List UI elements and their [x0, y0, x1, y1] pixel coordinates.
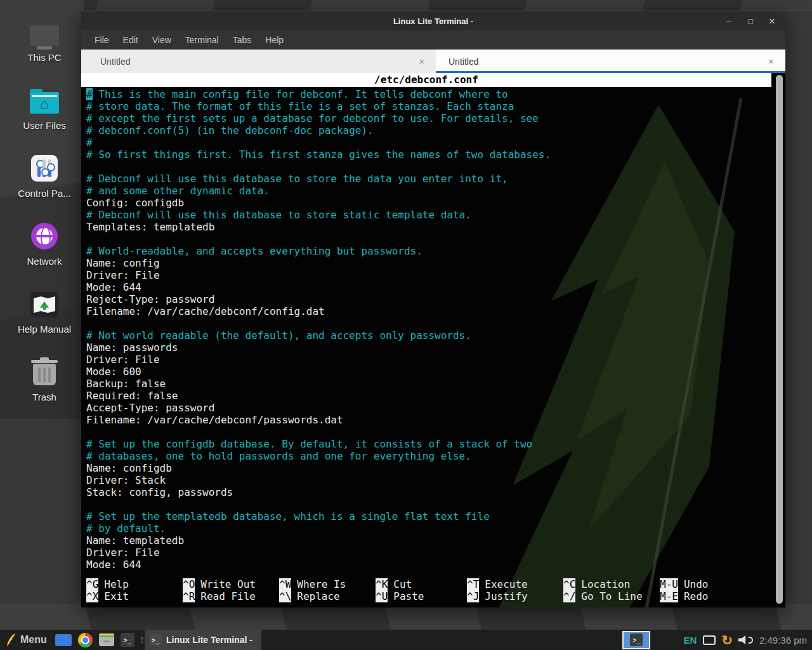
terminal-line: # Set up the configdb database. By defau… [86, 438, 769, 450]
update-notifier-icon[interactable]: ↻ [721, 633, 733, 647]
tab-bar: Untitled × Untitled × [81, 50, 785, 73]
desktop-icon-help-manual[interactable]: Help Manual [6, 287, 82, 335]
computer-icon [30, 15, 59, 46]
trash-icon [33, 355, 56, 385]
terminal-line: Mode: 644 [86, 281, 769, 293]
terminal-icon: >_ [150, 634, 161, 646]
menu-item-file[interactable]: File [88, 35, 116, 45]
terminal-line: Templates: templatedb [86, 221, 769, 233]
terminal-launcher[interactable]: >_ [121, 633, 134, 647]
wallpaper-facet-bottom [0, 604, 812, 630]
wallpaper-facet-top [0, 0, 812, 11]
clock[interactable]: 2:49:36 pm [759, 635, 807, 646]
tab-close-icon[interactable]: × [416, 56, 427, 67]
minimize-button[interactable]: – [724, 17, 733, 26]
nano-shortcut: ^/Go To Line [563, 590, 660, 602]
terminal-line: Driver: File [86, 547, 769, 559]
terminal-line [86, 161, 769, 173]
terminal-line: # Debconf will use this database to stor… [86, 173, 769, 185]
tray-terminal-indicator[interactable]: >_ [622, 631, 650, 649]
terminal-line: Driver: File [86, 269, 769, 281]
terminal-line: Mode: 644 [86, 559, 769, 571]
show-desktop-button[interactable] [55, 634, 72, 646]
task-button-label: Linux Lite Terminal - [166, 635, 252, 645]
terminal-line: Stack: config, passwords [86, 486, 769, 498]
desktop-icon-label: Help Manual [18, 324, 71, 335]
keyboard-layout-indicator[interactable]: EN [683, 635, 697, 646]
terminal-line: # except the first sets up a database fo… [86, 112, 769, 124]
desktop-icon-network[interactable]: Network [6, 219, 82, 267]
terminal-line: # [86, 136, 769, 149]
volume-icon[interactable] [738, 635, 753, 645]
network-globe-icon [31, 219, 58, 249]
terminal-line [86, 317, 769, 329]
help-manual-icon [30, 287, 58, 317]
terminal-line: Name: passwords [86, 342, 769, 354]
terminal-window: Linux Lite Terminal - – □ ✕ FileEditView… [81, 11, 785, 607]
nano-shortcut: M-UUndo [660, 578, 785, 590]
menu-bar: FileEditViewTerminalTabsHelp [81, 30, 785, 50]
window-titlebar[interactable]: Linux Lite Terminal - – □ ✕ [81, 11, 785, 30]
menu-item-help[interactable]: Help [258, 35, 291, 45]
nano-titlebar: GNU nano 7.2 /etc/debconf.conf [81, 73, 771, 87]
display-tray-icon[interactable] [703, 635, 716, 645]
terminal-line: Backup: false [86, 378, 769, 390]
text-cursor: # [86, 88, 93, 100]
nano-shortcut: ^XExit [86, 590, 183, 602]
scrollbar-thumb[interactable] [776, 75, 783, 604]
maximize-button[interactable]: □ [746, 17, 755, 26]
terminal-line [86, 426, 769, 438]
linux-lite-feather-icon [5, 632, 16, 647]
tab-label: Untitled [100, 56, 416, 67]
nano-lines[interactable]: # This is the main config file for debco… [81, 87, 785, 578]
menu-item-terminal[interactable]: Terminal [178, 35, 226, 45]
nano-shortcut: ^OWrite Out [183, 578, 279, 590]
chrome-launcher[interactable] [78, 633, 93, 647]
terminal-line: Filename: /var/cache/debconf/passwords.d… [86, 414, 769, 426]
chrome-icon [78, 633, 93, 647]
terminal-line: # debconf.conf(5) (in the debconf-doc pa… [86, 124, 769, 136]
terminal-line: Name: configdb [86, 462, 769, 474]
nano-shortcut: ^TExecute [467, 578, 563, 590]
nano-shortcut-bar: ^GHelp^OWrite Out^WWhere Is^KCut^TExecut… [81, 578, 785, 607]
terminal-content[interactable]: GNU nano 7.2 /etc/debconf.conf # This is… [81, 73, 785, 607]
terminal-line: Config: configdb [86, 197, 769, 209]
terminal-line: # Debconf will use this database to stor… [86, 209, 769, 221]
nano-shortcut: M-ERedo [660, 590, 785, 602]
desktop-icon-label: This PC [27, 52, 61, 63]
terminal-line: # So first things first. This first stan… [86, 149, 769, 161]
terminal-line: # store data. The format of this file is… [86, 100, 769, 112]
terminal-line: # World-readable, and accepts everything… [86, 245, 769, 257]
desktop-icon-user-files[interactable]: ⌂ User Files [6, 83, 82, 131]
close-button[interactable]: ✕ [768, 17, 776, 26]
terminal-line: Driver: Stack [86, 474, 769, 486]
menu-item-view[interactable]: View [145, 35, 178, 45]
menu-item-edit[interactable]: Edit [116, 35, 145, 45]
desktop-icon-column: This PC ⌂ User Files Control Pa... Netwo… [4, 15, 85, 423]
nano-shortcut: ^CLocation [563, 578, 660, 590]
menu-button[interactable]: Menu [0, 630, 52, 650]
menu-item-tabs[interactable]: Tabs [226, 35, 259, 45]
desktop-icon-trash[interactable]: Trash [6, 355, 82, 402]
nano-shortcut: ^JJustify [467, 590, 563, 602]
window-title: Linux Lite Terminal - [81, 17, 785, 26]
nano-shortcut: ^RRead File [183, 590, 279, 602]
desktop-icon-control-panel[interactable]: Control Pa... [6, 151, 82, 199]
terminal-line: Name: config [86, 257, 769, 269]
terminal-line: Name: templatedb [86, 534, 769, 547]
nano-shortcut: ^UPaste [376, 590, 467, 602]
file-manager-icon [99, 633, 114, 646]
desktop-icon-label: User Files [23, 120, 66, 131]
terminal-line: Mode: 600 [86, 366, 769, 378]
tab-untitled-2[interactable]: Untitled × [436, 50, 785, 73]
file-manager-launcher[interactable] [99, 633, 114, 646]
terminal-line: Accept-Type: password [86, 402, 769, 414]
tab-untitled-1[interactable]: Untitled × [81, 50, 436, 73]
tab-close-icon[interactable]: × [766, 56, 776, 67]
terminal-line: Required: false [86, 390, 769, 402]
terminal-line: Driver: File [86, 354, 769, 366]
terminal-scrollbar[interactable] [776, 75, 783, 604]
desktop-icon-this-pc[interactable]: This PC [6, 15, 82, 63]
terminal-line: # and some other dynamic data. [86, 185, 769, 197]
task-button-terminal[interactable]: >_ Linux Lite Terminal - [145, 630, 261, 650]
